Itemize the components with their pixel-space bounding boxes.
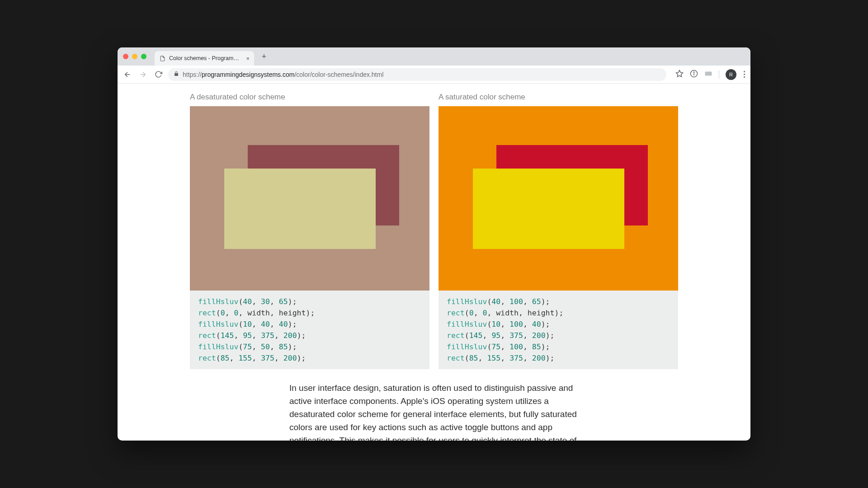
rect-front	[473, 169, 624, 249]
window-controls	[123, 54, 146, 59]
browser-tab[interactable]: Color schemes - Programming ×	[155, 51, 254, 66]
canvas-saturated	[439, 106, 678, 291]
toolbar: https://programmingdesignsystems.com/col…	[118, 66, 750, 84]
tab-strip: Color schemes - Programming × +	[118, 47, 750, 66]
close-window-button[interactable]	[123, 54, 128, 59]
rect-front	[224, 169, 376, 249]
url-prefix: https://	[183, 71, 202, 78]
address-bar[interactable]: https://programmingdesignsystems.com/col…	[168, 68, 666, 81]
avatar-initial: R	[729, 72, 733, 77]
browser-menu-button[interactable]	[743, 70, 746, 79]
figure-caption-left: A desaturated color scheme	[190, 93, 429, 102]
url-text: https://programmingdesignsystems.com/col…	[183, 71, 383, 78]
figure-desaturated: A desaturated color scheme fillHsluv(40,…	[190, 93, 429, 369]
page-icon	[159, 55, 165, 61]
profile-avatar[interactable]: R	[726, 69, 736, 80]
forward-button[interactable]	[137, 69, 148, 80]
bookmark-star-icon[interactable]	[675, 70, 684, 80]
svg-point-5	[693, 71, 694, 72]
back-button[interactable]	[122, 69, 133, 80]
page-content: A desaturated color scheme fillHsluv(40,…	[118, 84, 750, 441]
reload-button[interactable]	[153, 69, 164, 80]
close-tab-button[interactable]: ×	[246, 55, 250, 62]
body-paragraph: In user interface design, saturation is …	[289, 382, 579, 441]
svg-rect-6	[705, 71, 712, 75]
code-block-left: fillHsluv(40, 30, 65); rect(0, 0, width,…	[190, 291, 429, 369]
code-block-right: fillHsluv(40, 100, 65); rect(0, 0, width…	[439, 291, 678, 369]
tab-title: Color schemes - Programming	[169, 55, 242, 61]
toolbar-separator	[719, 70, 719, 79]
browser-window: Color schemes - Programming × + https://…	[118, 47, 750, 441]
canvas-desaturated	[190, 106, 429, 291]
new-tab-button[interactable]: +	[258, 50, 270, 63]
minimize-window-button[interactable]	[132, 54, 137, 59]
url-path: /color/color-schemes/index.html	[294, 71, 383, 78]
figure-caption-right: A saturated color scheme	[439, 93, 678, 102]
site-info-icon[interactable]	[690, 70, 698, 80]
maximize-window-button[interactable]	[141, 54, 146, 59]
extension-icon[interactable]	[704, 70, 712, 79]
figure-saturated: A saturated color scheme fillHsluv(40, 1…	[439, 93, 678, 369]
svg-marker-2	[676, 70, 683, 76]
toolbar-right: R	[675, 69, 746, 80]
lock-icon	[174, 71, 179, 78]
url-host: programmingdesignsystems.com	[202, 71, 294, 78]
